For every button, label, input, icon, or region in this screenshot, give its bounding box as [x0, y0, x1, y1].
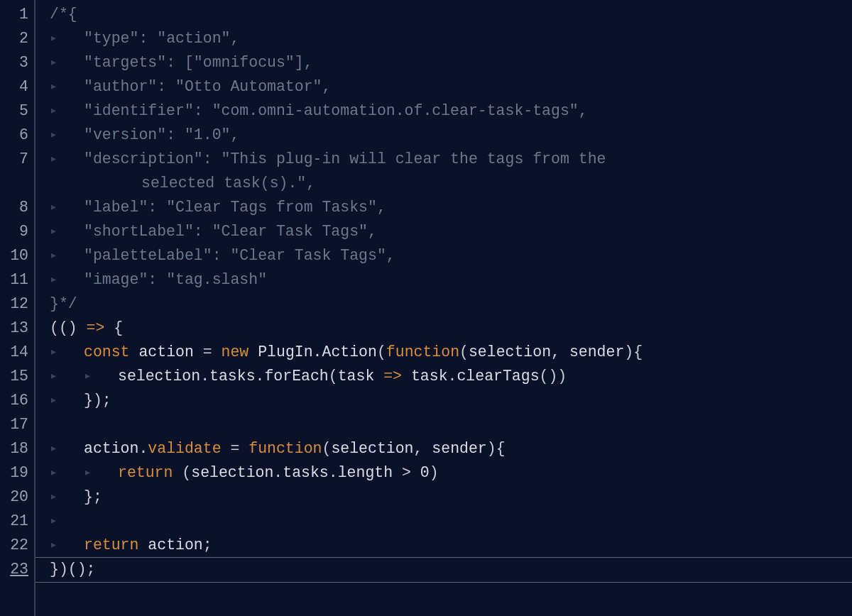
code-line[interactable]: ▸const action = new PlugIn.Action(functi…	[36, 340, 852, 364]
line-number: 6	[1, 123, 28, 147]
code-line[interactable]: ▸"shortLabel": "Clear Task Tags",	[36, 219, 852, 243]
identifier: clearTags	[457, 368, 539, 385]
punct: (()	[50, 319, 87, 336]
punct: ,	[230, 126, 239, 143]
indent-guide-icon: ▸	[84, 364, 118, 388]
json-key: "image"	[84, 271, 148, 288]
code-line[interactable]: ▸});	[36, 388, 852, 412]
line-number: 14	[1, 340, 28, 364]
punct: :	[148, 199, 166, 216]
indent-guide-icon: ▸	[50, 268, 84, 292]
indent-guide-icon: ▸	[50, 75, 84, 99]
code-line[interactable]: ▸"targets": ["omnifocus"],	[36, 50, 852, 75]
code-line[interactable]: ▸"paletteLabel": "Clear Task Tags",	[36, 243, 852, 268]
code-line[interactable]: ▸"description": "This plug-in will clear…	[36, 147, 852, 171]
json-value: "Clear Tags from Tasks"	[166, 199, 377, 216]
identifier: selection	[118, 368, 200, 385]
code-line[interactable]: ▸"identifier": "com.omni-automation.of.c…	[36, 99, 852, 123]
code-line[interactable]	[36, 412, 852, 436]
code-line[interactable]: (() => {	[36, 316, 852, 340]
arrow: =>	[383, 368, 402, 385]
line-number: 21	[1, 509, 28, 533]
json-value: "Otto Automator"	[175, 78, 322, 95]
code-line[interactable]: ▸▸return (selection.tasks.length > 0)	[36, 461, 852, 485]
keyword-return: return	[84, 537, 138, 554]
json-value: "omnifocus"	[194, 54, 295, 71]
indent-guide-icon: ▸	[50, 195, 84, 219]
json-key: "shortLabel"	[84, 223, 194, 240]
punct: :	[148, 271, 166, 288]
number: 0	[420, 464, 430, 481]
code-line-wrap[interactable]: selected task(s).",	[36, 171, 852, 195]
code-line[interactable]: ▸"image": "tag.slash"	[36, 268, 852, 292]
json-value: selected task(s)."	[141, 175, 306, 192]
json-value: "action"	[157, 30, 230, 47]
line-number: 16	[1, 388, 28, 412]
json-value: "Clear Task Tags"	[230, 247, 386, 264]
indent-guide-icon: ▸	[50, 485, 84, 509]
line-number: 12	[1, 292, 28, 316]
line-number: 13	[1, 316, 28, 340]
code-editor[interactable]: 1 2 3 4 5 6 7 8 9 10 11 12 13 14 15 16 1…	[0, 0, 852, 616]
punct: :	[203, 150, 222, 167]
code-line[interactable]: ▸"label": "Clear Tags from Tasks",	[36, 195, 852, 219]
indent-guide-icon: ▸	[50, 26, 84, 50]
identifier: length	[338, 464, 393, 481]
json-value: "1.0"	[185, 126, 231, 143]
identifier: tasks	[209, 368, 256, 385]
punct: :	[212, 247, 231, 264]
code-line[interactable]: }*/	[36, 292, 852, 316]
keyword-function: function	[386, 343, 459, 361]
punct: ,	[230, 30, 239, 47]
identifier: action	[138, 343, 193, 361]
code-line[interactable]: ▸	[36, 509, 852, 533]
comment-open: /*{	[50, 6, 77, 23]
identifier: tasks	[283, 464, 329, 481]
punct: ,	[386, 247, 395, 264]
comment-close: }*/	[50, 295, 77, 312]
json-key: "paletteLabel"	[84, 247, 212, 264]
json-value: "This plug-in will clear the tags from t…	[222, 150, 616, 167]
keyword-const: const	[84, 343, 130, 361]
line-number: 8	[1, 195, 28, 219]
json-key: "targets"	[84, 54, 166, 71]
punct: ],	[295, 54, 313, 71]
indent-guide-icon: ▸	[50, 509, 84, 533]
identifier: action	[148, 537, 202, 554]
punct: ,	[322, 78, 331, 95]
code-line[interactable]: ▸};	[36, 485, 852, 509]
identifier: task	[338, 368, 375, 385]
line-number: 5	[1, 99, 28, 123]
identifier: sender	[569, 343, 624, 361]
identifier: validate	[148, 440, 221, 457]
line-number: 1	[1, 2, 28, 26]
line-number: 17	[1, 412, 28, 436]
json-key: "type"	[84, 30, 138, 47]
punct: ,	[306, 175, 315, 192]
code-area[interactable]: /*{ ▸"type": "action", ▸"targets": ["omn…	[36, 0, 852, 616]
code-line[interactable]: /*{	[36, 2, 852, 26]
json-key: "version"	[84, 126, 166, 143]
code-line[interactable]: })();	[36, 557, 852, 581]
identifier: action	[84, 440, 138, 457]
line-number	[1, 171, 28, 195]
code-line[interactable]: ▸"type": "action",	[36, 26, 852, 50]
code-line[interactable]: ▸"author": "Otto Automator",	[36, 75, 852, 99]
line-number: 19	[1, 461, 28, 485]
code-line[interactable]: ▸▸selection.tasks.forEach(task => task.c…	[36, 364, 852, 388]
code-line[interactable]: ▸action.validate = function(selection, s…	[36, 436, 852, 461]
indent-guide-icon: ▸	[84, 461, 118, 485]
indent-guide-icon: ▸	[50, 388, 84, 412]
indent-guide-icon: ▸	[50, 123, 84, 147]
identifier: selection	[331, 440, 413, 457]
line-number-current: 23	[1, 557, 28, 581]
code-line[interactable]: ▸"version": "1.0",	[36, 123, 852, 147]
indent-guide-icon: ▸	[50, 147, 84, 171]
identifier: selection	[469, 343, 551, 361]
indent-guide-icon: ▸	[50, 99, 84, 123]
code-line[interactable]: ▸return action;	[36, 533, 852, 557]
punct: });	[84, 392, 111, 409]
wrap-indent	[50, 175, 141, 192]
line-number: 4	[1, 75, 28, 99]
line-number: 11	[1, 268, 28, 292]
